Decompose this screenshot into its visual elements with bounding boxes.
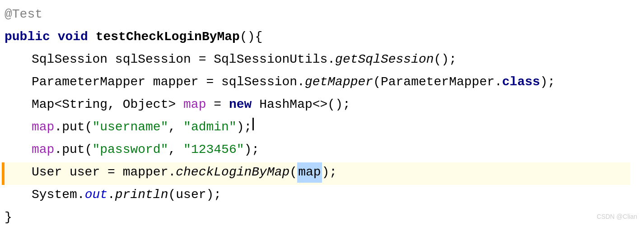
- string-admin: "admin": [183, 117, 237, 138]
- space2: HashMap<>();: [252, 95, 350, 115]
- code-line-10: }: [5, 208, 630, 226]
- map-ref-2: map: [32, 140, 54, 160]
- dot-put-2: .put(: [54, 140, 92, 160]
- method-println: println: [115, 185, 168, 205]
- paren-map-open: (: [289, 162, 297, 183]
- dot-put-1: .put(: [54, 117, 92, 138]
- string-123456: "123456": [183, 140, 244, 160]
- println-arg: (user);: [168, 185, 221, 205]
- code-line-2: public void testCheckLoginByMap (){: [5, 27, 630, 50]
- method-getmapper: getMapper: [305, 72, 373, 92]
- println-text: .: [107, 185, 115, 205]
- code-line-6: map.put("username", "admin");: [5, 117, 630, 140]
- code-line-4: ParameterMapper mapper = sqlSession.getM…: [5, 72, 630, 95]
- map-ref-1: map: [32, 117, 54, 138]
- out-ref: out: [85, 185, 107, 205]
- close-put-1: );: [237, 117, 252, 138]
- comma-2: ,: [168, 140, 183, 160]
- type-sqlsession: SqlSession sqlSession = SqlSessionUtils.: [32, 50, 335, 70]
- text-cursor: [252, 118, 254, 130]
- code-line-7: map.put("password", "123456");: [5, 140, 630, 162]
- line-execution-indicator: [2, 162, 5, 185]
- annotation: @Test: [5, 5, 42, 25]
- paren-open: (){: [240, 27, 262, 47]
- space: [88, 27, 96, 47]
- type-map: Map<String, Object>: [32, 95, 183, 115]
- paren-map-close: );: [322, 162, 337, 183]
- code-line-3: SqlSession sqlSession = SqlSessionUtils.…: [5, 50, 630, 72]
- keyword-public: public: [5, 27, 50, 47]
- string-password: "password": [92, 140, 168, 160]
- var-map: map: [183, 95, 206, 115]
- close-brace: }: [5, 208, 12, 226]
- code-line-1: @Test: [5, 5, 630, 27]
- method-name: testCheckLoginByMap: [96, 27, 240, 47]
- assign: =: [206, 95, 229, 115]
- method-getsqlsession: getSqlSession: [335, 50, 434, 70]
- map-arg: map: [297, 162, 322, 183]
- method-checkloginbymap: checkLoginByMap: [176, 162, 289, 183]
- keyword-void: void: [58, 27, 88, 47]
- comma-1: ,: [168, 117, 183, 138]
- paren-content: (ParameterMapper.: [373, 72, 502, 92]
- code-line-8: User user = mapper.checkLoginByMap(map);: [5, 162, 630, 185]
- space: [50, 27, 58, 47]
- paren: ();: [434, 50, 457, 70]
- keyword-new: new: [229, 95, 252, 115]
- keyword-class: class: [502, 72, 540, 92]
- type-parametermapper: ParameterMapper mapper = sqlSession.: [32, 72, 305, 92]
- system-text: System.: [32, 185, 85, 205]
- string-username: "username": [92, 117, 168, 138]
- close-put-2: );: [244, 140, 260, 160]
- code-line-5: Map<String, Object> map = new HashMap<>(…: [5, 95, 630, 117]
- type-user: User user = mapper.: [32, 162, 176, 183]
- watermark: CSDN @Clian: [597, 212, 637, 221]
- code-line-9: System.out.println(user);: [5, 185, 630, 208]
- close-paren: );: [540, 72, 555, 92]
- code-editor: @Test public void testCheckLoginByMap ()…: [0, 0, 644, 226]
